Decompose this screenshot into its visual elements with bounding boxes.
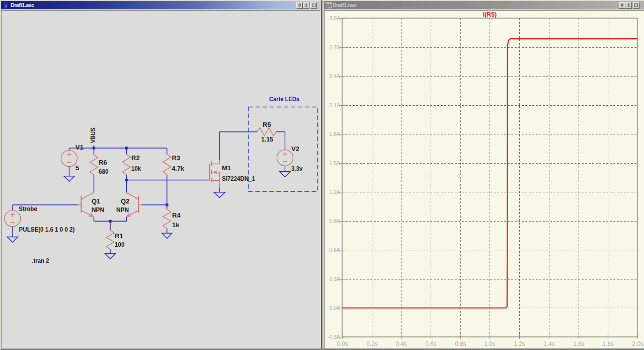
svg-text:0.9A: 0.9A xyxy=(329,218,340,224)
svg-text:1.0s: 1.0s xyxy=(484,340,496,347)
svg-text:0.2s: 0.2s xyxy=(366,340,378,347)
svg-text:100: 100 xyxy=(115,241,124,248)
svg-text:0.0A: 0.0A xyxy=(329,305,340,311)
svg-text:.tran 2: .tran 2 xyxy=(32,257,49,264)
svg-text:0.4s: 0.4s xyxy=(395,340,407,347)
svg-text:-0.3A: -0.3A xyxy=(328,334,340,340)
svg-text:NPN: NPN xyxy=(116,206,129,214)
svg-text:5: 5 xyxy=(75,164,79,172)
svg-text:V1: V1 xyxy=(75,144,84,151)
svg-text:4.7k: 4.7k xyxy=(172,165,185,172)
svg-text:0.8s: 0.8s xyxy=(455,340,466,347)
svg-text:Q1: Q1 xyxy=(92,197,100,205)
svg-text:3.0A: 3.0A xyxy=(329,15,340,21)
svg-text:Carte LEDs: Carte LEDs xyxy=(269,96,299,103)
svg-text:0.6A: 0.6A xyxy=(329,247,340,253)
svg-text:1.15: 1.15 xyxy=(261,135,273,143)
svg-text:2.4A: 2.4A xyxy=(329,73,340,79)
svg-text:1.4s: 1.4s xyxy=(543,340,555,347)
svg-text:R2: R2 xyxy=(131,154,140,162)
svg-text:V2: V2 xyxy=(291,145,299,153)
svg-text:2.1A: 2.1A xyxy=(329,102,340,108)
svg-text:1.6s: 1.6s xyxy=(573,340,585,347)
svg-text:680: 680 xyxy=(99,168,109,175)
svg-text:R5: R5 xyxy=(263,121,271,128)
svg-text:10k: 10k xyxy=(131,165,141,172)
svg-text:R6: R6 xyxy=(99,159,107,166)
svg-text:0.6s: 0.6s xyxy=(425,340,437,347)
svg-text:1.8A: 1.8A xyxy=(329,131,340,137)
svg-text:0.0s: 0.0s xyxy=(337,340,348,347)
svg-text:2.7A: 2.7A xyxy=(329,44,340,50)
svg-text:2.0s: 2.0s xyxy=(632,340,643,347)
svg-text:Si7224DN_1: Si7224DN_1 xyxy=(222,175,255,182)
svg-text:3.3v: 3.3v xyxy=(291,165,303,172)
svg-text:M1: M1 xyxy=(222,164,231,172)
svg-text:0.3A: 0.3A xyxy=(329,276,340,282)
svg-text:R3: R3 xyxy=(172,154,181,162)
svg-text:R1: R1 xyxy=(115,232,123,240)
svg-text:Q2: Q2 xyxy=(121,197,129,205)
svg-text:PULSE(0 1.6 1 0 0 2): PULSE(0 1.6 1 0 0 2) xyxy=(19,226,75,233)
svg-text:NPN: NPN xyxy=(92,206,104,214)
svg-text:Strobe: Strobe xyxy=(19,205,37,213)
svg-text:R4: R4 xyxy=(172,212,181,219)
svg-text:1.5A: 1.5A xyxy=(329,160,340,166)
svg-text:I(R5): I(R5) xyxy=(483,11,497,18)
svg-text:1k: 1k xyxy=(172,221,180,229)
svg-text:1.2A: 1.2A xyxy=(329,189,340,195)
svg-text:VBUS: VBUS xyxy=(89,127,97,143)
svg-text:1.2s: 1.2s xyxy=(514,340,525,347)
svg-text:1.8s: 1.8s xyxy=(602,340,614,347)
